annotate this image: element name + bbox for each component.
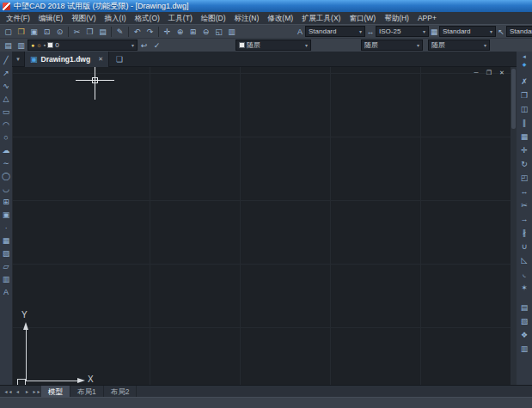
fillet-icon[interactable]: ◟ — [517, 267, 531, 281]
layer-properties-icon[interactable]: ▤ — [2, 40, 15, 52]
drawing-canvas[interactable]: ─ ❐ ✕ Y X — [12, 67, 511, 385]
dim-style-dropdown[interactable]: ISO-25 ▾ — [376, 26, 429, 37]
plot-preview-icon[interactable]: ⊙ — [53, 26, 66, 38]
paste-icon[interactable]: ▤ — [96, 26, 109, 38]
gradient-icon[interactable]: ▨ — [1, 247, 12, 260]
hatch-icon[interactable]: ▦ — [1, 234, 12, 247]
properties-icon[interactable]: ▤ — [517, 301, 531, 314]
trim-icon[interactable]: ✂ — [517, 198, 531, 212]
vertical-scrollbar-thumb[interactable] — [511, 69, 516, 129]
zoom-extents-icon[interactable]: ◱ — [212, 26, 225, 38]
polygon-icon[interactable]: △ — [1, 93, 12, 106]
stretch-icon[interactable]: ↔ — [517, 185, 531, 198]
arc-icon[interactable]: ◠ — [1, 119, 12, 131]
join-icon[interactable]: ∪ — [517, 240, 531, 253]
region-icon[interactable]: ▱ — [1, 260, 12, 273]
zoom-previous-icon[interactable]: ⊖ — [199, 26, 212, 38]
undo-icon[interactable]: ↶ — [131, 26, 144, 38]
restore-icon[interactable]: ❐ — [485, 69, 493, 77]
extend-icon[interactable]: → — [517, 212, 531, 226]
offset-icon[interactable]: ∥ — [517, 116, 531, 130]
table-icon[interactable]: ▥ — [1, 273, 12, 286]
make-layer-current-icon[interactable]: ✓ — [150, 40, 163, 52]
open-icon[interactable]: ❒ — [15, 26, 28, 38]
rotate-icon[interactable]: ↻ — [517, 157, 531, 171]
rectangle-icon[interactable]: ▭ — [1, 106, 12, 119]
copy-icon[interactable]: ❐ — [517, 88, 531, 102]
text-style-dropdown[interactable]: Standard ▾ — [305, 26, 365, 37]
zoom-window-icon[interactable]: ⊞ — [187, 26, 199, 38]
new-drawing-icon[interactable]: ❏ — [113, 55, 125, 64]
explode-icon[interactable]: ✶ — [517, 281, 531, 295]
ellipse-arc-icon[interactable]: ◡ — [1, 183, 12, 196]
menu-express[interactable]: 扩展工具(X) — [297, 12, 345, 24]
menu-app-plus[interactable]: APP+ — [413, 12, 441, 24]
menu-tools[interactable]: 工具(T) — [164, 12, 197, 24]
next-layout-icon[interactable]: ► — [22, 389, 32, 394]
menu-modify[interactable]: 修改(M) — [263, 12, 297, 24]
redo-icon[interactable]: ↷ — [144, 26, 156, 38]
vertical-scrollbar[interactable] — [511, 67, 517, 385]
polyline-icon[interactable]: ∿ — [1, 80, 12, 93]
cut-icon[interactable]: ✂ — [70, 26, 83, 38]
tab-layout1[interactable]: 布局1 — [70, 386, 104, 398]
close-icon[interactable]: ✕ — [498, 69, 506, 77]
mleader-style-dropdown[interactable]: Standard ▾ — [506, 26, 532, 37]
break-icon[interactable]: ∦ — [517, 226, 531, 240]
line-icon[interactable]: ╱ — [1, 54, 12, 67]
make-block-icon[interactable]: ▣ — [1, 209, 12, 222]
document-tab-drawing1[interactable]: ▣ Drawing1.dwg ✕ — [24, 52, 109, 67]
scale-icon[interactable]: ◰ — [517, 171, 531, 185]
new-icon[interactable]: ▢ — [2, 26, 15, 38]
construction-line-icon[interactable]: ↗ — [1, 67, 12, 80]
save-icon[interactable]: ▣ — [28, 26, 40, 38]
table-style-dropdown[interactable]: Standard ▾ — [439, 26, 496, 37]
collapse-panel-icon[interactable]: ◄ — [517, 53, 531, 61]
title-bar[interactable]: 中望CAD 2018 试用版 (功能受限) - [Drawing1.dwg] — [0, 0, 532, 12]
pan-icon[interactable]: ✛ — [161, 26, 174, 38]
multiline-text-icon[interactable]: A — [1, 286, 12, 299]
tool-palettes-icon[interactable]: ▧ — [517, 314, 531, 328]
tab-list-menu-icon[interactable]: ▾ — [12, 56, 24, 63]
layer-dropdown[interactable]: ● ☼ ▪ 0 ▾ — [28, 40, 138, 51]
first-layout-icon[interactable]: ◄◄ — [3, 389, 13, 394]
zoom-realtime-icon[interactable]: ⊕ — [174, 26, 187, 38]
menu-help[interactable]: 帮助(H) — [380, 12, 413, 24]
erase-icon[interactable]: ✗ — [517, 75, 531, 88]
move-icon[interactable]: ✛ — [517, 143, 531, 157]
design-center-icon[interactable]: ❖ — [517, 328, 531, 342]
layer-states-icon[interactable]: ▥ — [15, 40, 28, 52]
insert-block-icon[interactable]: ⊞ — [1, 196, 12, 209]
menu-dimension[interactable]: 标注(N) — [230, 12, 264, 24]
color-dropdown[interactable]: 随层 ▾ — [235, 40, 311, 51]
menu-draw[interactable]: 绘图(D) — [197, 12, 230, 24]
chamfer-icon[interactable]: ◺ — [517, 253, 531, 267]
linetype-dropdown[interactable]: 随层 ▾ — [361, 40, 423, 51]
lineweight-dropdown[interactable]: 随层 ▾ — [428, 40, 490, 51]
tab-model[interactable]: 模型 — [41, 386, 70, 398]
tab-layout2[interactable]: 布局2 — [104, 386, 138, 398]
menu-file[interactable]: 文件(F) — [2, 12, 34, 24]
panel-pin-icon[interactable]: ◆ — [517, 61, 531, 69]
menu-window[interactable]: 窗口(W) — [345, 12, 380, 24]
menu-insert[interactable]: 插入(I) — [101, 12, 131, 24]
menu-format[interactable]: 格式(O) — [131, 12, 164, 24]
revision-cloud-icon[interactable]: ☁ — [1, 144, 12, 157]
last-layout-icon[interactable]: ►► — [32, 389, 41, 394]
properties-palette-icon[interactable]: ▥ — [225, 26, 238, 38]
sheet-set-icon[interactable]: ▥ — [517, 342, 531, 356]
plot-icon[interactable]: ⊡ — [40, 26, 53, 38]
match-properties-icon[interactable]: ✎ — [113, 26, 126, 38]
ellipse-icon[interactable]: ◯ — [1, 170, 12, 183]
close-tab-icon[interactable]: ✕ — [98, 56, 103, 63]
layer-previous-icon[interactable]: ↩ — [138, 40, 150, 52]
circle-icon[interactable]: ○ — [1, 131, 12, 144]
mirror-icon[interactable]: ◫ — [517, 102, 531, 116]
menu-edit[interactable]: 编辑(E) — [34, 12, 67, 24]
minimize-icon[interactable]: ─ — [472, 69, 480, 77]
point-icon[interactable]: ∙ — [1, 222, 12, 234]
prev-layout-icon[interactable]: ◄ — [13, 389, 22, 394]
spline-icon[interactable]: ∼ — [1, 157, 12, 170]
array-icon[interactable]: ▦ — [517, 130, 531, 143]
menu-view[interactable]: 视图(V) — [67, 12, 100, 24]
